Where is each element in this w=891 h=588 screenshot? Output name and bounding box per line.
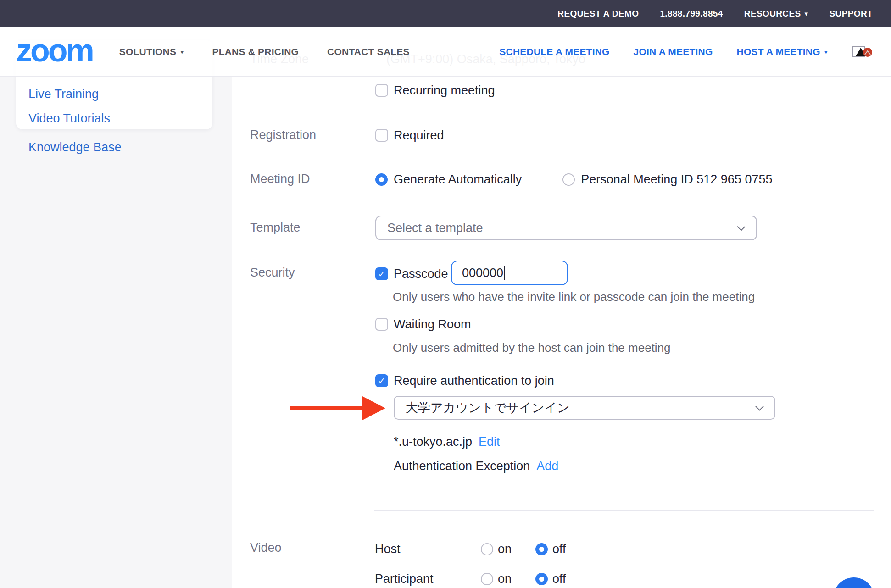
nav-plans-pricing[interactable]: PLANS & PRICING: [212, 46, 299, 57]
auth-method-selected-option: 大学アカウントでサインイン: [406, 399, 570, 416]
request-a-demo-link[interactable]: REQUEST A DEMO: [557, 9, 639, 19]
support-label: SUPPORT: [829, 9, 873, 19]
participant-video-off-label: off: [552, 572, 566, 586]
caret-down-icon: ▾: [180, 48, 184, 55]
schedule-a-meeting-link[interactable]: SCHEDULE A MEETING: [499, 46, 609, 57]
registration-row: Required: [375, 127, 444, 144]
chevron-down-icon: [737, 222, 745, 231]
host-a-meeting-link[interactable]: HOST A MEETING ▾: [737, 46, 828, 57]
require-auth-label: Require authentication to join: [394, 374, 554, 388]
passcode-checkbox[interactable]: ✓: [375, 267, 388, 280]
host-video-off-radio[interactable]: [535, 543, 548, 555]
template-label: Template: [250, 221, 301, 235]
host-a-meeting-label: HOST A MEETING: [737, 46, 820, 57]
section-divider: [374, 510, 874, 511]
phone-number-link[interactable]: 1.888.799.8854: [660, 9, 723, 19]
auth-domain-value: *.u-tokyo.ac.jp: [394, 435, 472, 449]
check-icon: ✓: [378, 376, 385, 386]
zoom-logo[interactable]: zoom: [16, 34, 93, 67]
waiting-room-label: Waiting Room: [394, 317, 471, 332]
passcode-value: 000000: [462, 266, 503, 280]
video-label: Video: [250, 541, 282, 555]
header-actions: SCHEDULE A MEETING JOIN A MEETING HOST A…: [499, 44, 879, 60]
participant-video-on-radio[interactable]: [481, 573, 493, 585]
utility-topbar: REQUEST A DEMO 1.888.799.8854 RESOURCES …: [0, 0, 891, 27]
add-exception-link[interactable]: Add: [536, 459, 558, 473]
auth-method-select[interactable]: 大学アカウントでサインイン: [394, 396, 775, 420]
site-header: zoom SOLUTIONS ▾ PLANS & PRICING CONTACT…: [0, 27, 891, 77]
recurring-meeting-checkbox[interactable]: [375, 84, 388, 97]
auth-domain-row: *.u-tokyo.ac.jp Edit: [394, 433, 500, 450]
generate-automatically-label: Generate Automatically: [394, 172, 522, 187]
join-a-meeting-link[interactable]: JOIN A MEETING: [634, 46, 713, 57]
host-video-off-label: off: [552, 542, 566, 556]
personal-meeting-id-radio[interactable]: [562, 173, 575, 186]
registration-required-checkbox[interactable]: [375, 129, 388, 142]
recurring-meeting-row: Recurring meeting: [375, 82, 495, 99]
nav-contact-sales[interactable]: CONTACT SALES: [327, 46, 410, 57]
auth-exception-label: Authentication Exception: [394, 459, 530, 473]
main-nav: SOLUTIONS ▾ PLANS & PRICING CONTACT SALE…: [119, 46, 410, 57]
nav-solutions-label: SOLUTIONS: [119, 46, 176, 57]
passcode-label: Passcode: [394, 267, 448, 281]
video-host-row: Host on off: [375, 541, 566, 557]
video-participant-label: Participant: [375, 572, 481, 586]
nav-solutions[interactable]: SOLUTIONS ▾: [119, 46, 184, 57]
recurring-meeting-label: Recurring meeting: [394, 83, 495, 98]
zoom-web-portal: Live Training Video Tutorials Knowledge …: [0, 0, 891, 588]
generate-automatically-radio[interactable]: [375, 173, 388, 186]
phone-number-label: 1.888.799.8854: [660, 9, 723, 19]
auth-exception-row: Authentication Exception Add: [394, 458, 558, 474]
support-link[interactable]: SUPPORT: [829, 9, 873, 19]
template-select[interactable]: Select a template: [375, 216, 757, 240]
broken-image-icon[interactable]: [852, 44, 873, 60]
require-auth-checkbox[interactable]: ✓: [375, 374, 388, 387]
edit-domain-link[interactable]: Edit: [479, 435, 500, 449]
text-cursor: [504, 266, 505, 280]
nav-contact-sales-label: CONTACT SALES: [327, 46, 410, 57]
participant-video-on-label: on: [498, 572, 512, 586]
waiting-room-checkbox[interactable]: [375, 318, 388, 331]
registration-required-label: Required: [394, 128, 444, 143]
host-video-on-radio[interactable]: [481, 543, 493, 555]
request-a-demo-label: REQUEST A DEMO: [557, 9, 639, 19]
resources-menu[interactable]: RESOURCES ▾: [744, 9, 808, 19]
chevron-down-icon: [755, 402, 763, 410]
schedule-a-meeting-label: SCHEDULE A MEETING: [499, 46, 609, 57]
caret-down-icon: ▾: [805, 10, 808, 18]
red-arrow-annotation-head: [362, 396, 385, 421]
require-auth-row: ✓ Require authentication to join: [375, 372, 554, 389]
template-select-placeholder: Select a template: [387, 221, 483, 235]
waiting-room-helper-text: Only users admitted by the host can join…: [393, 341, 671, 355]
passcode-row: ✓ Passcode: [375, 266, 448, 282]
meeting-id-label: Meeting ID: [250, 172, 310, 186]
video-participant-row: Participant on off: [375, 571, 566, 587]
join-a-meeting-label: JOIN A MEETING: [634, 46, 713, 57]
registration-label: Registration: [250, 128, 316, 142]
host-video-on-label: on: [498, 542, 512, 556]
check-icon: ✓: [378, 269, 385, 279]
security-label: Security: [250, 266, 295, 280]
resources-label: RESOURCES: [744, 9, 801, 19]
video-host-label: Host: [375, 542, 481, 556]
schedule-meeting-form: Recurring meeting Registration Required …: [0, 0, 891, 588]
caret-down-icon: ▾: [824, 48, 828, 55]
nav-plans-pricing-label: PLANS & PRICING: [212, 46, 299, 57]
participant-video-off-radio[interactable]: [535, 573, 548, 585]
red-arrow-annotation-shaft: [290, 406, 363, 410]
personal-meeting-id-label: Personal Meeting ID 512 965 0755: [581, 172, 772, 187]
waiting-room-row: Waiting Room: [375, 316, 471, 333]
passcode-input[interactable]: 000000: [451, 261, 568, 285]
meeting-id-options: Generate Automatically Personal Meeting …: [375, 171, 772, 188]
passcode-helper-text: Only users who have the invite link or p…: [393, 290, 755, 304]
